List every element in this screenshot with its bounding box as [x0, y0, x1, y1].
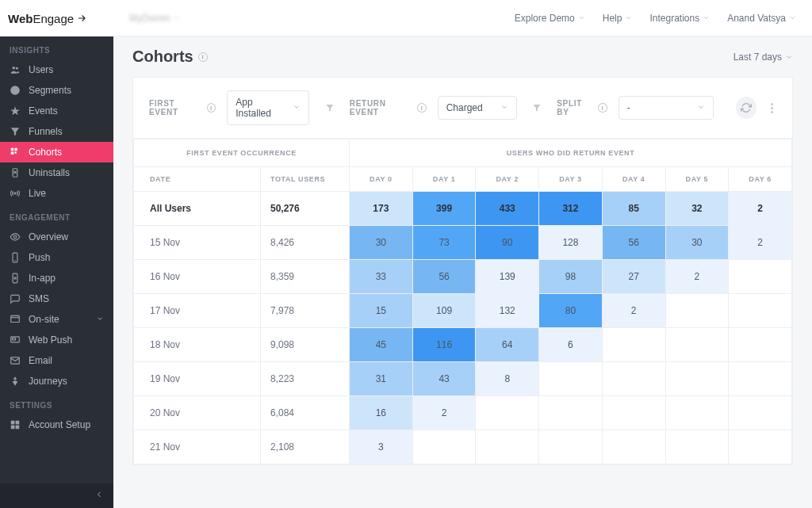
cohort-cell[interactable]: 33 — [350, 260, 413, 294]
sidebar-item-funnels[interactable]: Funnels — [0, 121, 113, 142]
cohort-cell[interactable]: 139 — [476, 260, 539, 294]
sidebar-item-on-site[interactable]: On-site — [0, 309, 113, 330]
empty-cell — [665, 430, 729, 464]
filter-first-event-button[interactable] — [320, 98, 339, 117]
cohort-cell[interactable]: 8 — [476, 362, 539, 396]
top-link-anand-vatsya[interactable]: Anand Vatsya — [727, 13, 796, 24]
cohort-cell[interactable]: 312 — [539, 192, 603, 226]
col-day-6: DAY 6 — [729, 167, 792, 192]
info-icon[interactable]: i — [207, 103, 216, 113]
empty-cell — [476, 430, 539, 464]
cohorts-icon — [10, 147, 21, 158]
first-event-select[interactable]: App Installed — [227, 90, 309, 125]
cohort-card: FIRST EVENT i App Installed RETURN EVENT… — [132, 77, 793, 465]
cohort-cell[interactable]: 90 — [476, 226, 539, 260]
svg-point-1 — [16, 67, 18, 70]
cohort-cell[interactable]: 32 — [665, 192, 729, 226]
cohort-cell[interactable]: 128 — [539, 226, 603, 260]
cohort-cell[interactable]: 173 — [350, 192, 413, 226]
cohort-cell[interactable]: 45 — [350, 328, 413, 362]
col-day-3: DAY 3 — [539, 167, 603, 192]
more-menu-button[interactable] — [768, 100, 776, 116]
refresh-button[interactable] — [736, 97, 756, 119]
sidebar-item-journeys[interactable]: Journeys — [0, 371, 113, 392]
cohort-cell[interactable]: 56 — [412, 260, 476, 294]
empty-cell — [729, 430, 792, 464]
cohort-cell[interactable]: 16 — [350, 396, 413, 430]
cohort-cell[interactable]: 116 — [412, 328, 476, 362]
cohort-cell[interactable]: 80 — [539, 294, 603, 328]
date-range-label: Last 7 days — [733, 52, 782, 63]
cohort-cell[interactable]: 3 — [350, 430, 413, 464]
svg-rect-9 — [13, 253, 17, 262]
sidebar-item-overview[interactable]: Overview — [0, 227, 113, 247]
cohort-cell[interactable]: 43 — [412, 362, 476, 396]
date-range-picker[interactable]: Last 7 days — [733, 52, 793, 63]
cohort-cell[interactable]: 433 — [476, 192, 539, 226]
cohort-cell[interactable]: 30 — [665, 226, 729, 260]
workspace-switcher[interactable]: MyDomm — [129, 13, 181, 24]
sidebar-item-users[interactable]: Users — [0, 59, 113, 80]
chevron-down-icon — [697, 103, 705, 111]
first-event-label: FIRST EVENT i — [149, 99, 216, 116]
sidebar-item-uninstalls[interactable]: Uninstalls — [0, 162, 113, 183]
cohort-cell[interactable]: 2 — [729, 192, 792, 226]
sidebar-item-in-app[interactable]: In-app — [0, 268, 113, 288]
nav-item-label: Cohorts — [29, 147, 62, 158]
sidebar-item-email[interactable]: Email — [0, 350, 113, 371]
split-by-select[interactable]: - — [619, 96, 714, 120]
filter-return-event-button[interactable] — [528, 98, 546, 117]
cohort-cell[interactable]: 64 — [476, 328, 539, 362]
row-date: 17 Nov — [134, 294, 261, 328]
sidebar-collapse-button[interactable] — [0, 483, 113, 508]
top-link-explore-demo[interactable]: Explore Demo — [515, 13, 585, 24]
cohort-cell[interactable]: 2 — [412, 396, 476, 430]
info-icon[interactable]: i — [417, 103, 426, 113]
funnel-icon — [532, 103, 542, 113]
sidebar-item-account-setup[interactable]: Account Setup — [0, 414, 113, 435]
cohort-cell[interactable]: 98 — [539, 260, 603, 294]
chevron-down-icon — [789, 13, 796, 24]
return-event-select[interactable]: Charged — [438, 96, 517, 120]
row-date: 18 Nov — [134, 328, 261, 362]
nav-item-label: Email — [29, 355, 52, 366]
live-icon — [10, 188, 21, 199]
cohort-cell[interactable]: 30 — [350, 226, 413, 260]
cohort-cell[interactable]: 2 — [665, 260, 729, 294]
cohort-cell[interactable]: 399 — [412, 192, 476, 226]
sidebar-item-live[interactable]: Live — [0, 183, 113, 204]
cohort-cell[interactable]: 2 — [602, 294, 665, 328]
nav-item-label: Funnels — [29, 126, 63, 137]
sidebar-item-web-push[interactable]: Web Push — [0, 330, 113, 350]
chevron-down-icon — [703, 13, 710, 24]
cohort-cell[interactable]: 15 — [350, 294, 413, 328]
cohort-cell[interactable]: 56 — [602, 226, 665, 260]
sidebar-item-segments[interactable]: Segments — [0, 80, 113, 101]
top-link-label: Help — [603, 13, 622, 24]
cohort-cell[interactable]: 73 — [412, 226, 476, 260]
cohort-cell[interactable]: 132 — [476, 294, 539, 328]
sidebar-item-sms[interactable]: SMS — [0, 288, 113, 309]
cohort-cell[interactable]: 2 — [729, 226, 792, 260]
sidebar-item-push[interactable]: Push — [0, 247, 113, 268]
top-link-help[interactable]: Help — [603, 13, 633, 24]
cohort-cell[interactable]: 31 — [350, 362, 413, 396]
sidebar-item-events[interactable]: Events — [0, 101, 113, 121]
onsite-icon — [10, 314, 21, 325]
logo[interactable]: WebEngage — [0, 0, 113, 36]
top-link-integrations[interactable]: Integrations — [649, 13, 710, 24]
cohort-cell[interactable]: 85 — [602, 192, 665, 226]
cohort-cell[interactable]: 6 — [539, 328, 603, 362]
overview-icon — [10, 231, 21, 243]
info-icon[interactable]: i — [598, 103, 607, 113]
info-icon[interactable]: i — [198, 52, 208, 62]
svg-rect-5 — [14, 151, 16, 153]
cohort-table: FIRST EVENT OCCURRENCE USERS WHO DID RET… — [133, 139, 792, 464]
nav-item-label: Overview — [29, 231, 68, 243]
table-row: 15 Nov8,42630739012856302 — [134, 226, 792, 260]
cohort-cell[interactable]: 27 — [602, 260, 665, 294]
section-label: SETTINGS — [0, 392, 113, 414]
cohort-cell[interactable]: 109 — [412, 294, 476, 328]
workspace-name: MyDomm — [129, 13, 170, 24]
sidebar-item-cohorts[interactable]: Cohorts — [0, 142, 113, 162]
